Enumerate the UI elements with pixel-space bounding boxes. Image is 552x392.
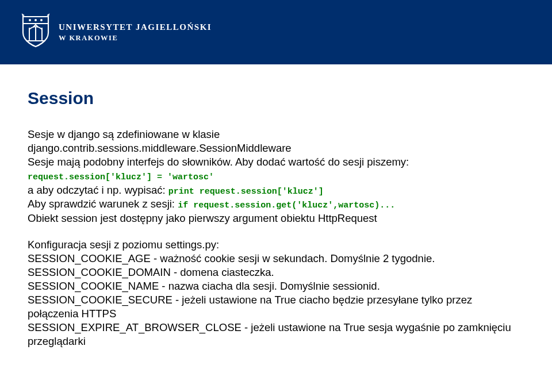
header-banner: UNIWERSYTET JAGIELLOŃSKI W KRAKOWIE: [0, 0, 552, 64]
para-read-prefix: a aby odczytać i np. wypisać:: [28, 184, 168, 196]
svg-point-2: [34, 19, 37, 21]
para-check-prefix: Aby sprawdzić warunek z sesji:: [28, 198, 178, 210]
code-check-session: if request.session.get('klucz',wartosc).…: [178, 201, 395, 210]
university-name-line2: W KRAKOWIE: [59, 33, 212, 43]
code-print-session: print request.session['klucz']: [168, 187, 324, 197]
university-name: UNIWERSYTET JAGIELLOŃSKI W KRAKOWIE: [59, 21, 212, 43]
para-intro-l3: Sesje mają podobny interfejs do słownikó…: [28, 155, 524, 169]
slide-title: Session: [28, 89, 524, 108]
slide-body: Sesje w django są zdefiniowane w klasie …: [28, 128, 524, 348]
shield-icon: [21, 13, 51, 51]
config-cookie-age: SESSION_COOKIE_AGE - ważność cookie sesj…: [28, 252, 524, 266]
svg-point-1: [29, 19, 31, 21]
config-cookie-secure: SESSION_COOKIE_SECURE - jeżeli ustawione…: [28, 293, 524, 321]
para-intro-l1: Sesje w django są zdefiniowane w klasie: [28, 128, 524, 141]
university-name-line1: UNIWERSYTET JAGIELLOŃSKI: [59, 21, 212, 33]
config-cookie-name: SESSION_COOKIE_NAME - nazwa ciacha dla s…: [28, 279, 524, 293]
code-set-session: request.session['klucz'] = 'wartosc': [28, 172, 214, 182]
config-expire-at-close: SESSION_EXPIRE_AT_BROWSER_CLOSE - jeżeli…: [28, 321, 524, 348]
para-intro-l2: django.contrib.sessions.middleware.Sessi…: [28, 141, 524, 155]
slide-content: Session Sesje w django są zdefiniowane w…: [0, 64, 552, 348]
para-httprequest: Obiekt session jest dostępny jako pierws…: [28, 212, 524, 225]
config-cookie-domain: SESSION_COOKIE_DOMAIN - domena ciasteczk…: [28, 266, 524, 279]
university-logo: UNIWERSYTET JAGIELLOŃSKI W KRAKOWIE: [21, 13, 212, 51]
config-heading: Konfiguracja sesji z poziomu settings.py…: [28, 238, 524, 252]
svg-point-3: [40, 19, 43, 21]
